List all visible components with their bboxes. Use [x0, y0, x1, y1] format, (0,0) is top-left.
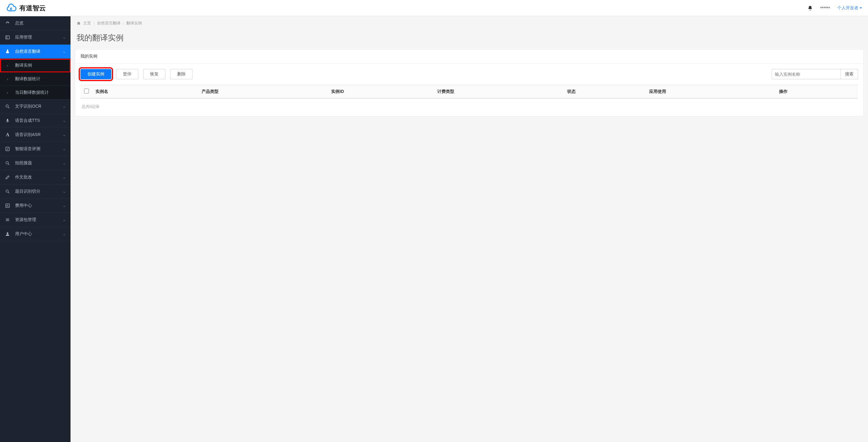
- caret-down-icon: [860, 7, 862, 9]
- sidebar-item-tts[interactable]: 语音合成TTS⌄: [0, 114, 70, 128]
- sidebar-item-photo-search[interactable]: 拍照搜题⌄: [0, 156, 70, 170]
- select-all-checkbox[interactable]: [84, 89, 89, 93]
- chevron-down-icon: ⌄: [63, 161, 66, 165]
- table-column-header: 实例ID: [328, 85, 434, 98]
- chevron-down-icon: ⌄: [63, 104, 66, 109]
- svg-point-2: [6, 105, 8, 107]
- brand-logo-icon: [6, 3, 17, 13]
- chevron-down-icon: ⌄: [63, 50, 66, 54]
- sidebar: 总览应用管理⌄自然语言翻译⌄›翻译实例›翻译数据统计›当日翻译数据统计文字识别O…: [0, 16, 70, 442]
- sidebar-subitem-translate-daily[interactable]: ›当日翻译数据统计: [0, 86, 70, 99]
- sidebar-item-ocr[interactable]: 文字识别OCR⌄: [0, 99, 70, 114]
- breadcrumb-section[interactable]: 自然语言翻译: [97, 21, 121, 26]
- pause-button[interactable]: 暂停: [116, 69, 138, 79]
- sidebar-item-label: 应用管理: [15, 35, 32, 40]
- table-column-header: 状态: [564, 85, 646, 98]
- sidebar-item-label: 拍照搜题: [15, 160, 32, 166]
- search-button[interactable]: 搜索: [841, 69, 858, 79]
- user-role-dropdown[interactable]: 个人开发者: [837, 5, 862, 11]
- breadcrumb-current: 翻译实例: [126, 21, 142, 26]
- bell-icon[interactable]: [807, 5, 813, 11]
- sidebar-item-essay[interactable]: 作文批改⌄: [0, 170, 70, 184]
- search-group: 搜索: [772, 69, 858, 79]
- svg-line-3: [8, 107, 9, 108]
- chevron-down-icon: ⌄: [63, 175, 66, 179]
- panel-header: 我的实例: [75, 50, 864, 64]
- svg-point-14: [7, 232, 8, 234]
- sidebar-item-label: 语音合成TTS: [15, 118, 40, 123]
- sidebar-item-voice-eval[interactable]: 智能语音评测⌄: [0, 142, 70, 156]
- chevron-down-icon: ⌄: [63, 147, 66, 151]
- sidebar-item-asr[interactable]: A语音识别ASR⌄: [0, 128, 70, 142]
- header-right: ****** 个人开发者: [807, 5, 862, 11]
- header: 有道智云 ****** 个人开发者: [0, 0, 868, 16]
- sidebar-item-resource[interactable]: 资源包管理⌄: [0, 213, 70, 227]
- table-column-header: 操作: [776, 85, 858, 98]
- brand-text: 有道智云: [19, 4, 46, 13]
- svg-line-9: [8, 192, 9, 193]
- sidebar-item-label: 总览: [15, 21, 24, 26]
- brand[interactable]: 有道智云: [6, 3, 46, 13]
- user-role-label: 个人开发者: [837, 5, 858, 11]
- sidebar-item-label: 语音识别ASR: [15, 132, 41, 138]
- page-title: 我的翻译实例: [70, 30, 868, 49]
- chevron-down-icon: ⌄: [63, 35, 66, 39]
- sidebar-item-app-mgmt[interactable]: 应用管理⌄: [0, 30, 70, 45]
- sidebar-subitem-translate-stats[interactable]: ›翻译数据统计: [0, 72, 70, 86]
- svg-line-7: [8, 164, 9, 165]
- sidebar-item-question-seg[interactable]: 题目识别切分⌄: [0, 184, 70, 199]
- sidebar-item-label: 智能语音评测: [15, 146, 40, 152]
- search-icon: [5, 104, 10, 109]
- panel-icon: [5, 35, 10, 40]
- main-content: 主页 / 自然语言翻译 / 翻译实例 我的翻译实例 我的实例 创建实例 暂停 恢…: [70, 16, 868, 442]
- home-icon: [76, 21, 81, 25]
- sidebar-item-nlp-translate[interactable]: 自然语言翻译⌄: [0, 45, 70, 59]
- breadcrumb-sep: /: [123, 21, 124, 26]
- resume-button[interactable]: 恢复: [143, 69, 165, 79]
- chevron-down-icon: ⌄: [63, 218, 66, 222]
- user-icon: [5, 232, 10, 236]
- breadcrumb-sep: /: [93, 21, 95, 26]
- sidebar-item-label: 作文批改: [15, 175, 32, 180]
- sidebar-item-user-center[interactable]: 用户中心⌄: [0, 227, 70, 241]
- sidebar-subitem-translate-instance[interactable]: ›翻译实例: [0, 59, 70, 72]
- chevron-down-icon: ⌄: [63, 204, 66, 208]
- chevron-down-icon: ⌄: [63, 118, 66, 123]
- sidebar-item-label: 用户中心: [15, 231, 32, 237]
- sidebar-item-overview[interactable]: 总览: [0, 16, 70, 30]
- delete-button[interactable]: 删除: [170, 69, 193, 79]
- create-instance-button[interactable]: 创建实例: [81, 69, 111, 79]
- edit-icon: [5, 175, 10, 180]
- sidebar-item-label: 当日翻译数据统计: [15, 90, 49, 95]
- breadcrumb: 主页 / 自然语言翻译 / 翻译实例: [70, 16, 868, 30]
- sidebar-item-billing[interactable]: 费用中心⌄: [0, 199, 70, 213]
- table-column-header: 应用使用: [646, 85, 776, 98]
- list-icon: [5, 217, 10, 222]
- sidebar-item-label: 资源包管理: [15, 217, 36, 223]
- toolbar: 创建实例 暂停 恢复 删除 搜索: [81, 69, 858, 79]
- chevron-right-icon: ›: [5, 64, 10, 67]
- sidebar-item-label: 翻译数据统计: [15, 76, 40, 82]
- breadcrumb-home[interactable]: 主页: [83, 21, 91, 26]
- flask-icon: [5, 49, 10, 54]
- sidebar-item-label: 题目识别切分: [15, 189, 40, 194]
- table-column-header: 产品类型: [198, 85, 329, 98]
- sidebar-item-label: 文字识别OCR: [15, 104, 41, 109]
- search-icon: [5, 161, 10, 166]
- instance-table: 实例名产品类型实例ID计费类型状态应用使用操作: [81, 85, 858, 98]
- svg-rect-4: [7, 119, 8, 121]
- svg-rect-5: [6, 147, 9, 151]
- dashboard-icon: [5, 21, 10, 26]
- check-square-icon: [5, 147, 10, 151]
- sidebar-item-label: 翻译实例: [15, 63, 32, 68]
- search-input[interactable]: [772, 69, 841, 79]
- chevron-right-icon: ›: [5, 78, 10, 81]
- sidebar-item-label: 自然语言翻译: [15, 49, 40, 54]
- letter-a-icon: A: [5, 132, 10, 138]
- username[interactable]: ******: [820, 6, 830, 10]
- chevron-down-icon: ⌄: [63, 189, 66, 194]
- record-summary: 总共0记录: [81, 98, 858, 111]
- table-column-header: 实例名: [93, 85, 198, 98]
- svg-point-8: [6, 190, 8, 193]
- instance-panel: 我的实例 创建实例 暂停 恢复 删除 搜索 实例名产品类型实例ID计费类型状态应…: [75, 49, 864, 116]
